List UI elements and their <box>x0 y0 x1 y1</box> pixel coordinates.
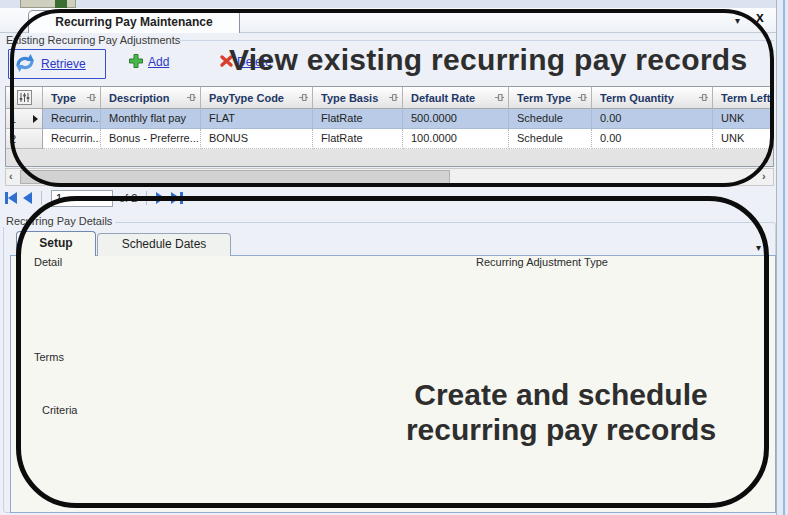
cell-paytype-code[interactable]: BONUS <box>201 129 313 149</box>
column-header-term-left[interactable]: Term Left <box>713 87 773 109</box>
close-icon[interactable]: x <box>756 9 764 25</box>
existing-adjustments-label: Existing Recurring Pay Adjustments <box>3 34 183 46</box>
cell-description[interactable]: Bonus - Preferre... <box>101 129 201 149</box>
column-chooser-button[interactable] <box>6 87 43 109</box>
column-label: PayType Code <box>209 92 284 104</box>
cell-term-type[interactable]: Schedule <box>509 109 592 129</box>
pushpin-icon[interactable] <box>298 92 309 103</box>
column-header-type-basis[interactable]: Type Basis <box>313 87 403 109</box>
cell-term-type[interactable]: Schedule <box>509 129 592 149</box>
record-count-label: of 2 <box>119 192 137 204</box>
scroll-right-arrow-icon[interactable]: › <box>762 170 766 182</box>
criteria-group-title: Criteria <box>38 404 81 416</box>
pager-separator <box>146 191 147 205</box>
row-header[interactable]: 2 <box>6 129 43 149</box>
pushpin-icon[interactable] <box>698 92 709 103</box>
table-row[interactable]: 2 Recurrin... Bonus - Preferre... BONUS … <box>6 129 773 149</box>
last-record-button[interactable] <box>171 192 183 204</box>
pushpin-icon[interactable] <box>86 92 97 103</box>
column-label: Default Rate <box>411 92 475 104</box>
annotation-create-schedule: Create and schedule recurring pay record… <box>335 377 787 447</box>
tab-schedule-dates[interactable]: Schedule Dates <box>97 233 231 256</box>
retrieve-button[interactable]: Retrieve <box>8 49 106 79</box>
row-number: 1 <box>10 113 16 125</box>
tab-recurring-pay-maintenance[interactable]: Recurring Pay Maintenance <box>28 10 240 33</box>
parent-toolbar-fragment <box>20 0 76 8</box>
cell-type-basis[interactable]: FlatRate <box>313 109 403 129</box>
grid-header-row: Type Description PayType Code Type Basis… <box>6 87 773 109</box>
cell-term-left[interactable]: UNK <box>713 109 773 129</box>
cell-default-rate[interactable]: 500.0000 <box>403 109 509 129</box>
detail-group-title: Detail <box>30 256 66 268</box>
column-header-paytype-code[interactable]: PayType Code <box>201 87 313 109</box>
adjustment-group-title: Recurring Adjustment Type <box>472 256 612 268</box>
column-label: Type Basis <box>321 92 378 104</box>
refresh-icon <box>14 53 36 75</box>
chevron-down-icon[interactable]: ▾ <box>735 15 740 26</box>
column-label: Term Quantity <box>600 92 674 104</box>
record-number-input[interactable] <box>51 190 113 207</box>
column-header-type[interactable]: Type <box>43 87 101 109</box>
add-button[interactable]: Add <box>128 53 169 71</box>
tab-setup[interactable]: Setup <box>16 231 96 256</box>
pager-separator <box>41 191 42 205</box>
chevron-down-icon[interactable]: ▾ <box>756 242 761 253</box>
column-header-term-quantity[interactable]: Term Quantity <box>592 87 713 109</box>
cell-type-basis[interactable]: FlatRate <box>313 129 403 149</box>
table-row[interactable]: 1 Recurrin... Monthly flat pay FLAT Flat… <box>6 109 773 129</box>
retrieve-label[interactable]: Retrieve <box>41 57 86 71</box>
column-label: Term Type <box>517 92 571 104</box>
current-row-arrow-icon <box>33 115 38 123</box>
annotation-line: recurring pay records <box>335 412 787 447</box>
pushpin-icon[interactable] <box>388 92 399 103</box>
column-chooser-icon <box>17 90 32 105</box>
pushpin-icon[interactable] <box>494 92 505 103</box>
parent-toolbar-icon <box>55 0 67 8</box>
terms-group-title: Terms <box>30 351 68 363</box>
cell-default-rate[interactable]: 100.0000 <box>403 129 509 149</box>
column-label: Description <box>109 92 170 104</box>
parent-window-strip <box>0 0 788 8</box>
next-record-button[interactable] <box>156 192 165 204</box>
recurring-pay-grid[interactable]: Type Description PayType Code Type Basis… <box>5 86 774 167</box>
column-header-term-type[interactable]: Term Type <box>509 87 592 109</box>
column-header-description[interactable]: Description <box>101 87 201 109</box>
add-label[interactable]: Add <box>148 55 169 69</box>
app-window: Recurring Pay Maintenance ▾ x Existing R… <box>0 0 788 515</box>
cell-term-quantity[interactable]: 0.00 <box>592 129 713 149</box>
cell-type[interactable]: Recurrin... <box>43 129 101 149</box>
pushpin-icon[interactable] <box>186 92 197 103</box>
row-number: 2 <box>10 133 16 145</box>
row-header[interactable]: 1 <box>6 109 43 129</box>
column-label: Type <box>51 92 76 104</box>
column-label: Term Left <box>721 92 770 104</box>
scrollbar-thumb[interactable] <box>20 170 450 184</box>
plus-icon <box>128 53 144 71</box>
cell-term-left[interactable]: UNK <box>713 129 773 149</box>
cell-paytype-code[interactable]: FLAT <box>201 109 313 129</box>
previous-record-button[interactable] <box>23 192 32 204</box>
scroll-left-arrow-icon[interactable]: ‹ <box>9 170 13 182</box>
cell-term-quantity[interactable]: 0.00 <box>592 109 713 129</box>
first-record-button[interactable] <box>5 192 17 204</box>
annotation-view-existing: View existing recurring pay records <box>229 43 747 77</box>
column-header-default-rate[interactable]: Default Rate <box>403 87 509 109</box>
cell-type[interactable]: Recurrin... <box>43 109 101 129</box>
cell-description[interactable]: Monthly flat pay <box>101 109 201 129</box>
group-rule <box>180 40 774 41</box>
details-group-label: Recurring Pay Details <box>3 215 115 227</box>
annotation-line: Create and schedule <box>335 377 787 412</box>
pushpin-icon[interactable] <box>577 92 588 103</box>
record-pager: of 2 <box>5 188 774 208</box>
